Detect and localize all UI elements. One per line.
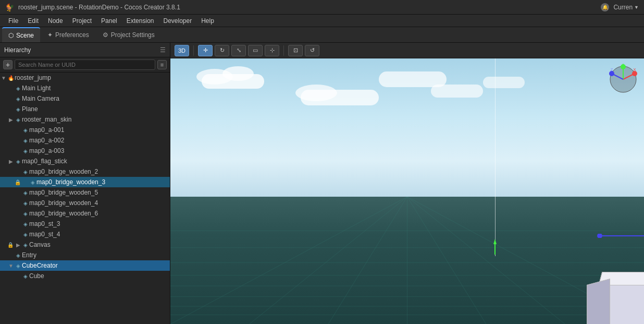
node-icon: 🔥 <box>7 75 15 81</box>
tree-label: CubeCreator <box>22 262 167 269</box>
tree-item-map0_bridge_wooden_3[interactable]: 🔒 ◈ map0_bridge_wooden_3 <box>0 177 170 187</box>
menubar-item-panel[interactable]: Panel <box>97 16 121 26</box>
tab-project-settings[interactable]: ⚙ Project Settings <box>96 27 161 42</box>
project-settings-tab-icon: ⚙ <box>103 31 108 39</box>
search-input[interactable] <box>15 59 155 70</box>
tree-label: map0_a-001 <box>29 126 167 134</box>
main-content: ⬡ Scene ✦ Preferences ⚙ Project Settings… <box>0 27 644 324</box>
hierarchy-title: Hierarchy <box>4 46 31 54</box>
scene-viewport: 3D ✛ ↻ ⤡ ▭ ⊹ ⊡ ↺ <box>170 43 644 324</box>
add-node-button[interactable]: + <box>3 60 13 69</box>
tree-arrow: ▼ <box>0 75 7 81</box>
node-icon: ◈ <box>22 211 29 217</box>
tree-item-map0_bridge_wooden_6[interactable]: ◈ map0_bridge_wooden_6 <box>0 208 170 219</box>
svg-text:Z: Z <box>611 67 613 72</box>
tree-arrow: ▼ <box>7 263 15 269</box>
tree-label: map0_bridge_wooden_4 <box>29 199 167 207</box>
tree-label: Main Light <box>22 85 167 92</box>
menubar-item-project[interactable]: Project <box>68 16 96 26</box>
node-icon: ◈ <box>15 106 22 112</box>
preferences-tab-label: Preferences <box>55 31 89 39</box>
tree-label: map0_a-003 <box>29 147 167 154</box>
scene-tab-icon: ⬡ <box>8 32 14 39</box>
node-icon: ◈ <box>15 263 22 269</box>
mode-3d-button[interactable]: 3D <box>175 45 189 56</box>
tree-label: Entry <box>22 251 167 259</box>
node-icon: ◈ <box>22 242 29 248</box>
rotate-tool-button[interactable]: ↻ <box>215 45 229 56</box>
tree-item-rooster_man_skin[interactable]: ▶ ◈ rooster_man_skin <box>0 114 170 125</box>
transform-tool-button[interactable]: ⊹ <box>265 45 279 56</box>
scene-canvas[interactable]: X Y Z <box>170 58 644 324</box>
menubar-item-help[interactable]: Help <box>197 16 218 26</box>
node-icon: ◈ <box>22 127 29 133</box>
node-icon: ◈ <box>22 138 29 143</box>
grid-lines <box>170 197 644 324</box>
preferences-tab-icon: ✦ <box>47 31 53 39</box>
svg-text:X: X <box>633 67 636 72</box>
snap-button[interactable]: ⊡ <box>288 45 303 56</box>
tree-label: map0_flag_stick <box>22 158 167 165</box>
tab-scene[interactable]: ⬡ Scene <box>2 27 40 42</box>
tree-label: rooster_man_skin <box>22 116 167 123</box>
tree-item-rooster_jump[interactable]: ▼ 🔥 rooster_jump <box>0 73 170 83</box>
tab-preferences[interactable]: ✦ Preferences <box>41 27 95 42</box>
vertical-axis-line <box>495 58 496 256</box>
tree-item-map0_bridge_wooden_4[interactable]: ◈ map0_bridge_wooden_4 <box>0 198 170 208</box>
menubar-item-developer[interactable]: Developer <box>159 16 196 26</box>
svg-line-13 <box>407 197 565 324</box>
menubar-item-edit[interactable]: Edit <box>23 16 43 26</box>
move-tool-button[interactable]: ✛ <box>198 45 213 56</box>
cloud-7 <box>431 85 483 98</box>
tree-item-cube[interactable]: ◈ Cube <box>0 271 170 281</box>
tree-item-canvas[interactable]: 🔒 ▶ ◈ Canvas <box>0 239 170 250</box>
toolbar-divider-2 <box>283 45 284 56</box>
tree-label: Canvas <box>29 241 167 248</box>
tree-item-map0_st_4[interactable]: ◈ map0_st_4 <box>0 229 170 239</box>
node-icon: ◈ <box>22 273 29 279</box>
tree-item-entry[interactable]: ◈ Entry <box>0 250 170 260</box>
tree-item-cube_creator[interactable]: ▼ ◈ CubeCreator <box>0 260 170 271</box>
tree-item-map0_a003[interactable]: ◈ map0_a-003 <box>0 146 170 156</box>
list-view-button[interactable]: ≡ <box>157 60 167 69</box>
tree-item-plane[interactable]: ◈ Plane <box>0 104 170 114</box>
node-icon: ◈ <box>29 179 36 185</box>
titlebar: 🐓 rooster_jump.scene - RotationDemo - Co… <box>0 0 644 15</box>
tree-item-map0_a002[interactable]: ◈ map0_a-002 <box>0 135 170 146</box>
tree-label: Main Camera <box>22 95 167 102</box>
tree-item-map0_bridge_wooden_2[interactable]: ◈ map0_bridge_wooden_2 <box>0 166 170 177</box>
toolbar-divider-1 <box>193 45 194 56</box>
hierarchy-menu-icon[interactable]: ☰ <box>160 46 166 54</box>
scene-tab-label: Scene <box>16 32 34 39</box>
tree-label: Plane <box>22 105 167 113</box>
tree-item-map0_flag_stick[interactable]: ▶ ◈ map0_flag_stick <box>0 156 170 166</box>
tree-item-map0_a001[interactable]: ◈ map0_a-001 <box>0 125 170 135</box>
scale-tool-button[interactable]: ⤡ <box>231 45 246 56</box>
tree-item-map0_bridge_wooden_5[interactable]: ◈ map0_bridge_wooden_5 <box>0 187 170 198</box>
menubar-item-file[interactable]: File <box>4 16 22 26</box>
menubar-item-node[interactable]: Node <box>44 16 67 26</box>
cube-right-face <box>587 279 610 324</box>
tree-label: map0_bridge_wooden_5 <box>29 189 167 196</box>
tree-item-main_light[interactable]: ◈ Main Light <box>0 83 170 93</box>
svg-point-20 <box>597 234 602 238</box>
sky-background <box>170 58 644 205</box>
ground-plane <box>170 197 644 324</box>
svg-line-10 <box>328 197 407 324</box>
node-icon: ◈ <box>22 190 29 196</box>
svg-text:Y: Y <box>622 64 625 66</box>
tree-item-map0_st_3[interactable]: ◈ map0_st_3 <box>0 219 170 229</box>
node-icon: ◈ <box>15 117 22 123</box>
refresh-button[interactable]: ↺ <box>305 45 319 56</box>
node-icon: ◈ <box>22 169 29 175</box>
cloud-3 <box>222 66 254 81</box>
menubar-item-extension[interactable]: Extension <box>122 16 158 26</box>
tree-label: rooster_jump <box>15 74 167 81</box>
rect-tool-button[interactable]: ▭ <box>248 45 263 56</box>
hierarchy-tree: ▼ 🔥 rooster_jump ◈ Main Light ◈ Main Cam… <box>0 73 170 324</box>
profile-dropdown[interactable]: Curren▼ <box>613 4 639 11</box>
node-icon: ◈ <box>15 86 22 91</box>
tree-label: map0_st_3 <box>29 220 167 227</box>
lock-icon: 🔒 <box>7 242 14 248</box>
tree-item-main_camera[interactable]: ◈ Main Camera <box>0 93 170 104</box>
